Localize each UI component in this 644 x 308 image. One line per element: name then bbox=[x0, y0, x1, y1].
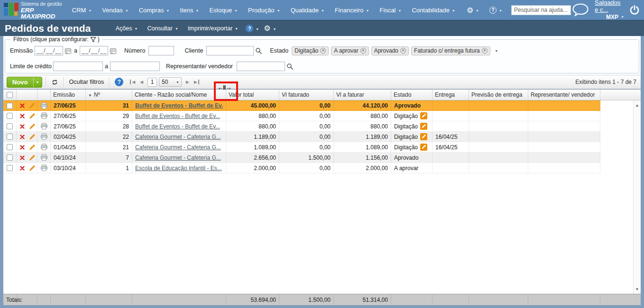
representante-input[interactable] bbox=[237, 62, 285, 71]
vertical-scrollbar[interactable] bbox=[633, 100, 641, 294]
company-link[interactable]: Salgados e c... bbox=[595, 0, 624, 13]
calendar-icon[interactable] bbox=[110, 47, 117, 54]
tag-remove-icon[interactable] bbox=[360, 48, 366, 54]
estado-edit-icon[interactable] bbox=[420, 133, 427, 140]
delete-icon[interactable] bbox=[20, 133, 25, 141]
emissao-to-input[interactable] bbox=[80, 46, 108, 55]
edit-icon[interactable] bbox=[29, 123, 36, 130]
tag-remove-icon[interactable] bbox=[482, 48, 488, 54]
print-icon[interactable] bbox=[40, 123, 48, 130]
row-checkbox[interactable] bbox=[7, 134, 13, 140]
limite-to-input[interactable] bbox=[110, 62, 160, 71]
client-link[interactable]: Cafeteria Gourmet - Cafeteria G... bbox=[135, 134, 221, 140]
edit-icon[interactable] bbox=[29, 164, 36, 172]
help-search-input[interactable] bbox=[511, 5, 571, 15]
page-help-icon[interactable] bbox=[246, 25, 253, 32]
chevron-down-icon[interactable] bbox=[273, 24, 276, 33]
client-link[interactable]: Cafeteria Gourmet - Cafeteria G... bbox=[135, 144, 221, 151]
row-checkbox[interactable] bbox=[7, 154, 13, 161]
table-row[interactable]: 01/04/2521Cafeteria Gourmet - Cafeteria … bbox=[3, 142, 600, 153]
estado-edit-icon[interactable] bbox=[420, 123, 427, 130]
scroll-down-icon[interactable] bbox=[634, 285, 641, 293]
print-icon[interactable] bbox=[40, 154, 48, 162]
delete-icon[interactable] bbox=[20, 164, 25, 172]
edit-icon[interactable] bbox=[29, 112, 36, 120]
table-row[interactable]: 27/06/2528Buffet de Eventos - Buffet de … bbox=[3, 121, 600, 132]
column-header-emissao[interactable]: Emissão bbox=[51, 90, 86, 100]
numero-input[interactable] bbox=[148, 46, 174, 55]
estado-edit-icon[interactable] bbox=[420, 144, 427, 151]
first-page-button[interactable] bbox=[130, 80, 138, 84]
edit-icon[interactable] bbox=[29, 133, 36, 141]
estado-dropdown-icon[interactable] bbox=[493, 46, 500, 55]
scroll-up-icon[interactable] bbox=[634, 101, 641, 109]
new-button[interactable]: Novo bbox=[7, 77, 42, 88]
refresh-button[interactable] bbox=[49, 76, 60, 88]
print-icon[interactable] bbox=[40, 112, 48, 120]
nav-item-itens[interactable]: Itens bbox=[175, 7, 204, 14]
table-row[interactable]: 03/10/241Escola de Educação Infantil - E… bbox=[3, 163, 600, 173]
column-header-vl_a_faturar[interactable]: Vl a faturar bbox=[334, 90, 391, 100]
table-row[interactable]: 27/06/2529Buffet de Eventos - Buffet de … bbox=[3, 111, 600, 121]
chat-icon[interactable] bbox=[571, 2, 590, 18]
delete-icon[interactable] bbox=[20, 112, 25, 120]
nav-item-compras[interactable]: Compras bbox=[134, 7, 175, 14]
nav-item-crm[interactable]: CRM bbox=[67, 7, 97, 14]
delete-icon[interactable] bbox=[20, 144, 25, 151]
edit-icon[interactable] bbox=[29, 154, 36, 162]
nav-item-estoque[interactable]: Estoque bbox=[204, 7, 243, 14]
nav-item-vendas[interactable]: Vendas bbox=[97, 7, 133, 14]
column-header-previsao[interactable]: Previsão de entrega bbox=[469, 90, 528, 100]
tag-remove-icon[interactable] bbox=[400, 48, 406, 54]
logout-power-icon[interactable] bbox=[629, 4, 640, 16]
table-row[interactable]: 02/04/2522Cafeteria Gourmet - Cafeteria … bbox=[3, 132, 600, 142]
delete-icon[interactable] bbox=[20, 102, 25, 109]
row-checkbox[interactable] bbox=[7, 144, 13, 150]
column-header-entrega[interactable]: Entrega bbox=[432, 90, 469, 100]
calendar-icon[interactable] bbox=[64, 47, 72, 54]
next-page-button[interactable] bbox=[184, 80, 192, 84]
search-icon[interactable] bbox=[255, 47, 262, 54]
edit-icon[interactable] bbox=[29, 102, 36, 109]
page-menu-imprimir-exportar[interactable]: Imprimir/exportar bbox=[183, 25, 243, 32]
table-row[interactable]: 04/10/247Cafeteria Gourmet - Cafeteria G… bbox=[3, 153, 600, 163]
print-icon[interactable] bbox=[40, 144, 48, 151]
page-menu-consultar[interactable]: Consultar bbox=[142, 25, 183, 32]
help-menu[interactable] bbox=[484, 7, 507, 14]
client-link[interactable]: Cafeteria Gourmet - Cafeteria G... bbox=[135, 154, 221, 161]
delete-icon[interactable] bbox=[20, 123, 25, 130]
page-gear-icon[interactable] bbox=[264, 24, 270, 33]
emissao-from-input[interactable] bbox=[35, 46, 63, 55]
nav-item-fiscal[interactable]: Fiscal bbox=[375, 7, 407, 14]
settings-menu[interactable] bbox=[461, 6, 484, 15]
new-dropdown-icon[interactable] bbox=[33, 77, 42, 87]
print-icon[interactable] bbox=[40, 133, 48, 141]
print-icon[interactable] bbox=[40, 164, 48, 172]
chevron-down-icon[interactable] bbox=[256, 24, 259, 33]
limite-from-input[interactable] bbox=[53, 62, 103, 71]
nav-item-contabilidade[interactable]: Contabilidade bbox=[406, 7, 460, 14]
delete-icon[interactable] bbox=[20, 154, 25, 162]
client-link[interactable]: Buffet de Eventos - Buffet de Ev... bbox=[135, 113, 220, 119]
edit-icon[interactable] bbox=[29, 144, 36, 151]
tag-remove-icon[interactable] bbox=[320, 48, 326, 54]
toolbar-help-icon[interactable] bbox=[115, 78, 123, 86]
client-link[interactable]: Buffet de Eventos - Buffet de Ev... bbox=[135, 123, 220, 130]
column-header-numero[interactable]: Nº bbox=[86, 90, 132, 100]
nav-item-financeiro[interactable]: Financeiro bbox=[330, 7, 375, 14]
page-menu-a-es[interactable]: Ações bbox=[111, 25, 143, 32]
select-all-checkbox[interactable] bbox=[7, 92, 13, 98]
row-checkbox[interactable] bbox=[7, 113, 13, 119]
print-icon[interactable] bbox=[40, 102, 48, 109]
client-link[interactable]: Escola de Educação Infantil - Es... bbox=[135, 165, 222, 172]
client-link[interactable]: Buffet de Eventos - Buffet de Ev... bbox=[135, 102, 223, 109]
table-row[interactable]: 27/06/2531Buffet de Eventos - Buffet de … bbox=[3, 100, 600, 111]
cliente-input[interactable] bbox=[206, 46, 254, 55]
search-icon[interactable] bbox=[286, 63, 294, 70]
row-checkbox[interactable] bbox=[7, 123, 13, 129]
nav-item-qualidade[interactable]: Qualidade bbox=[285, 7, 330, 14]
hide-filters-button[interactable]: Ocultar filtros bbox=[67, 76, 106, 88]
column-header-representante[interactable]: Representante/ vendedor bbox=[528, 90, 600, 100]
filter-funnel-icon[interactable] bbox=[90, 36, 96, 43]
page-number-input[interactable]: 1 bbox=[147, 78, 157, 87]
